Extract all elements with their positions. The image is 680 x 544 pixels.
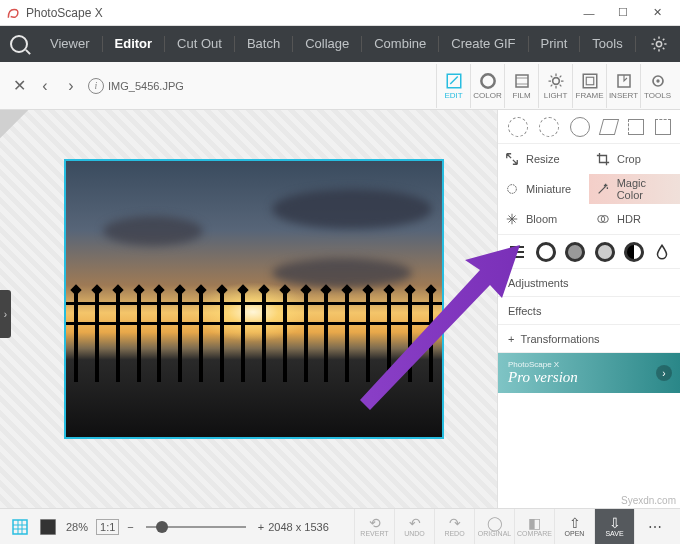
filter-2-icon[interactable] xyxy=(565,242,585,262)
titlebar: PhotoScape X — ☐ ✕ xyxy=(0,0,680,26)
grid-icon[interactable] xyxy=(9,516,31,538)
zoom-level[interactable]: 28% xyxy=(66,521,88,533)
tab-editor[interactable]: Editor xyxy=(103,36,166,52)
mode-tools[interactable]: TOOLS xyxy=(640,64,674,108)
tab-viewer[interactable]: Viewer xyxy=(38,36,103,52)
filter-3-icon[interactable] xyxy=(595,242,615,262)
background-icon[interactable] xyxy=(37,516,59,538)
svg-point-2 xyxy=(481,74,494,87)
pro-badge-icon xyxy=(0,110,40,150)
wand-icon xyxy=(595,181,611,197)
revert-button[interactable]: ⟲REVERT xyxy=(354,509,394,544)
svg-point-9 xyxy=(656,79,659,82)
crop-icon xyxy=(595,151,611,167)
undo-button[interactable]: ↶UNDO xyxy=(394,509,434,544)
filter-1-icon[interactable] xyxy=(536,242,556,262)
zoom-in-button[interactable]: + xyxy=(258,521,264,533)
mode-edit[interactable]: EDIT xyxy=(436,64,470,108)
svg-point-4 xyxy=(552,78,559,85)
miniature-icon xyxy=(504,181,520,197)
plus-icon: + xyxy=(508,333,514,345)
adjustments-section[interactable]: Adjustments xyxy=(498,269,680,297)
fit-to-actual[interactable]: 1:1 xyxy=(96,519,119,535)
tab-print[interactable]: Print xyxy=(529,36,581,52)
tab-cutout[interactable]: Cut Out xyxy=(165,36,235,52)
rotation-row xyxy=(498,110,680,144)
compare-button[interactable]: ◧COMPARE xyxy=(514,509,554,544)
close-button[interactable]: ✕ xyxy=(640,0,674,25)
tool-grid: Resize Crop Miniature Magic Color Bloom … xyxy=(498,144,680,235)
mode-insert[interactable]: INSERT xyxy=(606,64,640,108)
tab-creategif[interactable]: Create GIF xyxy=(439,36,528,52)
arrow-right-icon: › xyxy=(656,365,672,381)
canvas-area xyxy=(0,110,497,508)
svg-point-0 xyxy=(656,41,661,46)
zoom-slider-thumb[interactable] xyxy=(156,521,168,533)
prev-file-button[interactable]: ‹ xyxy=(34,75,56,97)
open-button[interactable]: ⇧OPEN xyxy=(554,509,594,544)
tab-batch[interactable]: Batch xyxy=(235,36,293,52)
expand-panel-button[interactable]: › xyxy=(0,290,11,338)
filter-4-icon[interactable] xyxy=(624,242,644,262)
mode-frame[interactable]: FRAME xyxy=(572,64,606,108)
magic-color-tool[interactable]: Magic Color xyxy=(589,174,680,204)
mode-color[interactable]: COLOR xyxy=(470,64,504,108)
watermark: Syexdn.com xyxy=(621,495,676,506)
mode-light[interactable]: LIGHT xyxy=(538,64,572,108)
photo-fence xyxy=(66,292,442,382)
window-title: PhotoScape X xyxy=(26,6,572,20)
tab-collage[interactable]: Collage xyxy=(293,36,362,52)
miniature-tool[interactable]: Miniature xyxy=(498,174,589,204)
hdr-icon xyxy=(595,211,611,227)
svg-rect-3 xyxy=(516,75,528,87)
action-buttons: ⟲REVERT ↶UNDO ↷REDO ◯ORIGINAL ◧COMPARE ⇧… xyxy=(354,509,674,544)
zoom-out-button[interactable]: − xyxy=(127,521,133,533)
svg-rect-15 xyxy=(41,520,55,534)
next-file-button[interactable]: › xyxy=(60,75,82,97)
effects-section[interactable]: Effects xyxy=(498,297,680,325)
editor-toolbar: ✕ ‹ › i IMG_5456.JPG EDIT COLOR FILM LIG… xyxy=(0,62,680,110)
tab-combine[interactable]: Combine xyxy=(362,36,439,52)
redo-button[interactable]: ↷REDO xyxy=(434,509,474,544)
search-icon[interactable] xyxy=(10,35,28,53)
app-logo-icon xyxy=(6,6,20,20)
gear-icon[interactable] xyxy=(650,35,668,53)
mode-film[interactable]: FILM xyxy=(504,64,538,108)
svg-rect-5 xyxy=(583,74,597,88)
svg-rect-6 xyxy=(586,77,594,85)
filename-label: IMG_5456.JPG xyxy=(108,80,436,92)
save-button[interactable]: ⇩SAVE xyxy=(594,509,634,544)
svg-point-10 xyxy=(508,185,517,194)
bloom-icon xyxy=(504,211,520,227)
transformations-section[interactable]: +Transformations xyxy=(498,325,680,353)
more-button[interactable]: ⋯ xyxy=(634,509,674,544)
menubar: Viewer Editor Cut Out Batch Collage Comb… xyxy=(0,26,680,62)
rotate-fine-icon[interactable] xyxy=(570,117,590,137)
crop-tool[interactable]: Crop xyxy=(589,144,680,174)
resize-icon xyxy=(504,151,520,167)
hdr-tool[interactable]: HDR xyxy=(589,204,680,234)
info-icon[interactable]: i xyxy=(88,78,104,94)
rotate-right-icon[interactable] xyxy=(539,117,559,137)
bloom-tool[interactable]: Bloom xyxy=(498,204,589,234)
pro-banner[interactable]: PhotoScape XPro version › xyxy=(498,353,680,393)
drop-icon[interactable] xyxy=(653,243,671,261)
flip-h-icon[interactable] xyxy=(628,119,644,135)
filter-presets-row xyxy=(498,235,680,269)
zoom-slider[interactable] xyxy=(146,526,246,528)
original-button[interactable]: ◯ORIGINAL xyxy=(474,509,514,544)
rotate-left-icon[interactable] xyxy=(508,117,528,137)
tab-tools[interactable]: Tools xyxy=(580,36,635,52)
menu-lines-icon[interactable] xyxy=(507,242,527,262)
svg-rect-13 xyxy=(13,520,27,534)
resize-tool[interactable]: Resize xyxy=(498,144,589,174)
straighten-icon[interactable] xyxy=(598,119,618,135)
dimensions-label: 2048 x 1536 xyxy=(268,521,329,533)
image-canvas[interactable] xyxy=(64,159,444,439)
bottom-bar: 28% 1:1 − + 2048 x 1536 ⟲REVERT ↶UNDO ↷R… xyxy=(0,508,680,544)
close-file-button[interactable]: ✕ xyxy=(8,75,30,97)
flip-v-icon[interactable] xyxy=(655,119,671,135)
minimize-button[interactable]: — xyxy=(572,0,606,25)
maximize-button[interactable]: ☐ xyxy=(606,0,640,25)
side-panel: Resize Crop Miniature Magic Color Bloom … xyxy=(497,110,680,508)
